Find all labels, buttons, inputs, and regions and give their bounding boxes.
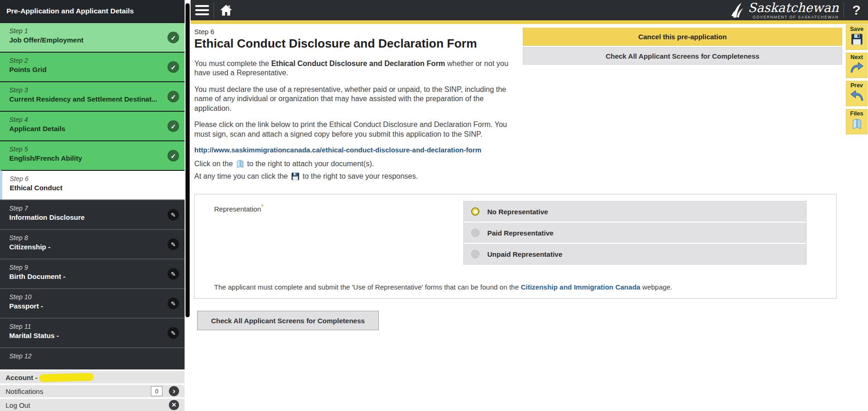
check-icon: ✓ <box>168 91 179 103</box>
step-number: Step 3 <box>9 86 164 94</box>
logout-row[interactable]: Log Out × <box>0 397 185 411</box>
radio-button[interactable] <box>471 229 479 237</box>
arrow-right-icon <box>850 61 864 76</box>
step-number: Step 12 <box>9 352 164 360</box>
page-content: Step 6 Ethical Conduct Disclosure and De… <box>191 24 868 330</box>
sidebar-scrollbar-thumb[interactable] <box>186 3 190 317</box>
sidebar-item-step1[interactable]: Step 1 Job Offer/Employment ✓ <box>0 22 185 52</box>
check-all-screens-button-bottom[interactable]: Check All Applicant Screens for Complete… <box>197 311 379 330</box>
sidebar-item-step8[interactable]: Step 8 Citizenship - ✎ <box>0 229 185 259</box>
menu-icon[interactable] <box>195 5 209 15</box>
sidebar-item-step3[interactable]: Step 3 Current Residency and Settlement … <box>0 81 185 111</box>
radio-button[interactable] <box>471 250 479 258</box>
top-navigation-bar: Saskatchewan GOVERNMENT OF SASKATCHEWAN … <box>191 0 868 20</box>
step-title: English/French Ability <box>9 154 164 162</box>
step-title: Passport - <box>9 302 164 310</box>
step-number: Step 6 <box>10 175 164 182</box>
divider <box>214 2 214 18</box>
check-icon: ✓ <box>168 121 179 132</box>
paragraph-1: You must complete the Ethical Conduct Di… <box>194 59 517 78</box>
step-title: Citizenship - <box>9 243 164 251</box>
step-title: Ethical Conduct <box>10 184 164 192</box>
divider <box>844 2 844 18</box>
accent-bar <box>191 20 868 24</box>
main-area: Saskatchewan GOVERNMENT OF SASKATCHEWAN … <box>191 0 868 411</box>
step-number: Step 11 <box>9 323 164 330</box>
sidebar-item-step10[interactable]: Step 10 Passport - ✎ <box>0 288 185 318</box>
cic-link[interactable]: Citizenship and Immigration Canada <box>521 283 640 291</box>
sidebar-item-step7[interactable]: Step 7 Information Disclosure ✎ <box>0 199 185 229</box>
help-icon[interactable]: ? <box>849 2 864 18</box>
step-number: Step 1 <box>9 27 164 35</box>
step-number: Step 10 <box>9 293 164 301</box>
pencil-icon: ✎ <box>168 239 179 250</box>
save-icon <box>851 33 863 47</box>
save-instruction: At any time you can click the to the rig… <box>194 172 517 181</box>
sidebar-item-step2[interactable]: Step 2 Points Grid ✓ <box>0 52 185 81</box>
sidebar-item-step11[interactable]: Step 11 Marital Status - ✎ <box>0 318 185 347</box>
representation-radio-group: No Representative Paid Representative Un… <box>463 201 807 265</box>
wheat-sheaf-icon <box>730 2 744 18</box>
step-number: Step 9 <box>9 264 164 271</box>
save-button[interactable]: Save <box>846 24 868 50</box>
radio-unpaid-representative[interactable]: Unpaid Representative <box>464 244 806 264</box>
step-title: Information Disclosure <box>9 213 164 221</box>
required-asterisk: * <box>261 203 263 210</box>
check-icon: ✓ <box>168 32 179 43</box>
ethical-conduct-form-link[interactable]: http://www.saskimmigrationcanada.ca/ethi… <box>194 146 517 154</box>
prev-button[interactable]: Prev <box>846 81 868 106</box>
cancel-pre-application-button[interactable]: Cancel this pre-application <box>523 28 842 46</box>
step-number: Step 8 <box>9 234 164 242</box>
top-action-buttons: Cancel this pre-application Check All Ap… <box>523 28 842 65</box>
step-title: Job Offer/Employment <box>9 36 164 44</box>
step-number: Step 7 <box>9 205 164 212</box>
arrow-left-icon <box>850 90 864 104</box>
sidebar-item-step6-current[interactable]: Step 6 Ethical Conduct <box>0 170 185 199</box>
saskatchewan-logo: Saskatchewan GOVERNMENT OF SASKATCHEWAN <box>730 1 839 19</box>
check-icon: ✓ <box>168 150 179 162</box>
notifications-label: Notifications <box>6 387 43 395</box>
pencil-icon: ✎ <box>168 298 179 309</box>
home-icon[interactable] <box>219 3 233 17</box>
sidebar-item-step9[interactable]: Step 9 Birth Document - ✎ <box>0 259 185 288</box>
next-button[interactable]: Next <box>846 53 868 78</box>
radio-button-selected[interactable] <box>471 207 479 216</box>
step-title: Birth Document - <box>9 272 164 280</box>
step-title: Applicant Details <box>9 125 164 133</box>
sidebar-item-step5[interactable]: Step 5 English/French Ability ✓ <box>0 140 185 170</box>
sidebar-item-step4[interactable]: Step 4 Applicant Details ✓ <box>0 111 185 140</box>
files-icon <box>852 118 862 131</box>
step-number: Step 2 <box>9 57 164 64</box>
save-icon <box>291 172 299 181</box>
step-title: Marital Status - <box>9 332 164 339</box>
sidebar-scrollbar-track[interactable] <box>185 0 191 411</box>
pencil-icon: ✎ <box>168 327 179 339</box>
chevron-right-icon[interactable]: › <box>169 386 179 396</box>
account-label: Account - <box>6 374 37 381</box>
side-toolbar: Save Next Prev Files <box>846 24 868 137</box>
close-icon[interactable]: × <box>169 400 179 410</box>
brand-name: Saskatchewan <box>748 1 839 14</box>
page-title: Ethical Conduct Disclosure and Declarati… <box>194 36 517 51</box>
step-number: Step 5 <box>9 145 164 153</box>
logout-label: Log Out <box>6 401 30 409</box>
attach-instruction: Click on the to the right to attach your… <box>194 159 517 168</box>
redaction-highlight <box>39 373 94 382</box>
step-title: Current Residency and Settlement Destina… <box>9 95 164 103</box>
pencil-icon: ✎ <box>168 209 179 221</box>
representation-form-panel: Representation* No Representative Paid R… <box>194 194 837 299</box>
check-icon: ✓ <box>168 61 179 73</box>
paragraph-2: You must declare the use of a representa… <box>194 85 517 113</box>
notifications-count-badge: 0 <box>151 386 162 396</box>
radio-no-representative[interactable]: No Representative <box>464 201 806 222</box>
radio-paid-representative[interactable]: Paid Representative <box>464 223 806 243</box>
notifications-row[interactable]: Notifications 0 › <box>0 383 185 397</box>
files-icon <box>236 159 244 168</box>
files-button[interactable]: Files <box>846 109 868 134</box>
step-title: Points Grid <box>9 66 164 73</box>
step-number: Step 4 <box>9 116 164 123</box>
account-row[interactable]: Account - <box>0 369 185 383</box>
check-all-screens-button-top[interactable]: Check All Applicant Screens for Complete… <box>523 47 842 65</box>
pencil-icon: ✎ <box>168 268 179 280</box>
representation-field-label: Representation* <box>214 201 463 265</box>
